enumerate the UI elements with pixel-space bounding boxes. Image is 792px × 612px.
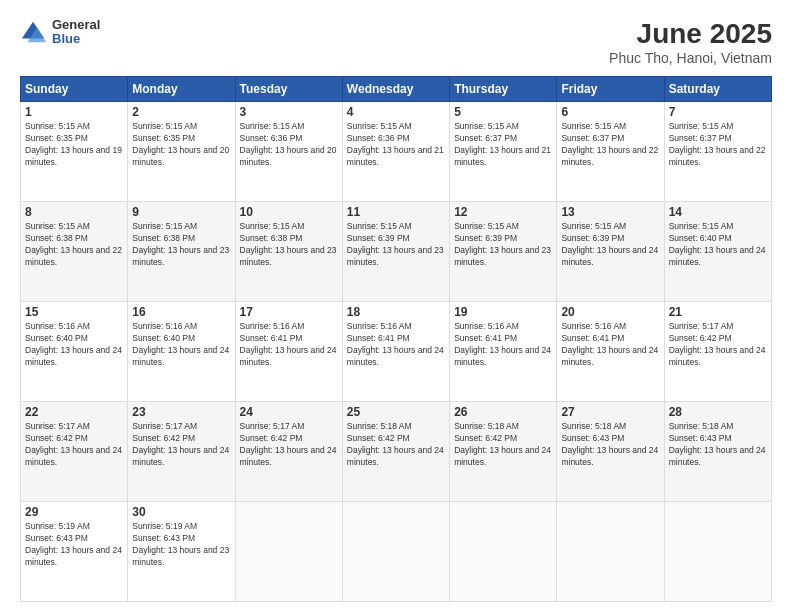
day-number: 7: [669, 105, 767, 119]
calendar-week-4: 22 Sunrise: 5:17 AMSunset: 6:42 PMDaylig…: [21, 402, 772, 502]
day-number: 15: [25, 305, 123, 319]
day-number: 6: [561, 105, 659, 119]
day-info: Sunrise: 5:15 AMSunset: 6:38 PMDaylight:…: [25, 221, 123, 269]
calendar-day-25: 25 Sunrise: 5:18 AMSunset: 6:42 PMDaylig…: [342, 402, 449, 502]
day-info: Sunrise: 5:19 AMSunset: 6:43 PMDaylight:…: [25, 521, 123, 569]
day-number: 14: [669, 205, 767, 219]
logo-text: General Blue: [52, 18, 100, 47]
logo-icon: [20, 18, 48, 46]
empty-cell: [664, 502, 771, 602]
day-info: Sunrise: 5:16 AMSunset: 6:41 PMDaylight:…: [240, 321, 338, 369]
day-number: 27: [561, 405, 659, 419]
header-sunday: Sunday: [21, 77, 128, 102]
calendar-day-2: 2 Sunrise: 5:15 AMSunset: 6:35 PMDayligh…: [128, 102, 235, 202]
main-title: June 2025: [609, 18, 772, 50]
calendar-week-3: 15 Sunrise: 5:16 AMSunset: 6:40 PMDaylig…: [21, 302, 772, 402]
day-info: Sunrise: 5:15 AMSunset: 6:38 PMDaylight:…: [132, 221, 230, 269]
calendar-day-4: 4 Sunrise: 5:15 AMSunset: 6:36 PMDayligh…: [342, 102, 449, 202]
logo-general: General: [52, 18, 100, 32]
calendar-day-23: 23 Sunrise: 5:17 AMSunset: 6:42 PMDaylig…: [128, 402, 235, 502]
day-info: Sunrise: 5:17 AMSunset: 6:42 PMDaylight:…: [132, 421, 230, 469]
day-info: Sunrise: 5:18 AMSunset: 6:42 PMDaylight:…: [347, 421, 445, 469]
calendar-week-2: 8 Sunrise: 5:15 AMSunset: 6:38 PMDayligh…: [21, 202, 772, 302]
calendar-day-5: 5 Sunrise: 5:15 AMSunset: 6:37 PMDayligh…: [450, 102, 557, 202]
day-info: Sunrise: 5:18 AMSunset: 6:43 PMDaylight:…: [561, 421, 659, 469]
subtitle: Phuc Tho, Hanoi, Vietnam: [609, 50, 772, 66]
day-number: 3: [240, 105, 338, 119]
calendar-day-30: 30 Sunrise: 5:19 AMSunset: 6:43 PMDaylig…: [128, 502, 235, 602]
day-info: Sunrise: 5:16 AMSunset: 6:41 PMDaylight:…: [347, 321, 445, 369]
calendar-day-15: 15 Sunrise: 5:16 AMSunset: 6:40 PMDaylig…: [21, 302, 128, 402]
calendar-day-3: 3 Sunrise: 5:15 AMSunset: 6:36 PMDayligh…: [235, 102, 342, 202]
day-info: Sunrise: 5:15 AMSunset: 6:36 PMDaylight:…: [347, 121, 445, 169]
header-wednesday: Wednesday: [342, 77, 449, 102]
day-info: Sunrise: 5:16 AMSunset: 6:41 PMDaylight:…: [561, 321, 659, 369]
day-number: 25: [347, 405, 445, 419]
empty-cell: [450, 502, 557, 602]
day-info: Sunrise: 5:15 AMSunset: 6:39 PMDaylight:…: [454, 221, 552, 269]
day-info: Sunrise: 5:15 AMSunset: 6:39 PMDaylight:…: [561, 221, 659, 269]
day-number: 2: [132, 105, 230, 119]
day-number: 29: [25, 505, 123, 519]
calendar-day-19: 19 Sunrise: 5:16 AMSunset: 6:41 PMDaylig…: [450, 302, 557, 402]
day-number: 16: [132, 305, 230, 319]
calendar-day-21: 21 Sunrise: 5:17 AMSunset: 6:42 PMDaylig…: [664, 302, 771, 402]
day-number: 28: [669, 405, 767, 419]
calendar-day-26: 26 Sunrise: 5:18 AMSunset: 6:42 PMDaylig…: [450, 402, 557, 502]
day-number: 12: [454, 205, 552, 219]
day-info: Sunrise: 5:15 AMSunset: 6:40 PMDaylight:…: [669, 221, 767, 269]
day-number: 11: [347, 205, 445, 219]
calendar-day-24: 24 Sunrise: 5:17 AMSunset: 6:42 PMDaylig…: [235, 402, 342, 502]
calendar-day-10: 10 Sunrise: 5:15 AMSunset: 6:38 PMDaylig…: [235, 202, 342, 302]
day-number: 22: [25, 405, 123, 419]
day-info: Sunrise: 5:17 AMSunset: 6:42 PMDaylight:…: [669, 321, 767, 369]
calendar-day-7: 7 Sunrise: 5:15 AMSunset: 6:37 PMDayligh…: [664, 102, 771, 202]
calendar-day-1: 1 Sunrise: 5:15 AMSunset: 6:35 PMDayligh…: [21, 102, 128, 202]
day-info: Sunrise: 5:15 AMSunset: 6:37 PMDaylight:…: [669, 121, 767, 169]
day-number: 30: [132, 505, 230, 519]
calendar-day-27: 27 Sunrise: 5:18 AMSunset: 6:43 PMDaylig…: [557, 402, 664, 502]
calendar-day-12: 12 Sunrise: 5:15 AMSunset: 6:39 PMDaylig…: [450, 202, 557, 302]
header-saturday: Saturday: [664, 77, 771, 102]
day-number: 23: [132, 405, 230, 419]
day-info: Sunrise: 5:15 AMSunset: 6:37 PMDaylight:…: [454, 121, 552, 169]
calendar-day-11: 11 Sunrise: 5:15 AMSunset: 6:39 PMDaylig…: [342, 202, 449, 302]
day-info: Sunrise: 5:15 AMSunset: 6:37 PMDaylight:…: [561, 121, 659, 169]
day-number: 9: [132, 205, 230, 219]
day-number: 10: [240, 205, 338, 219]
day-info: Sunrise: 5:15 AMSunset: 6:39 PMDaylight:…: [347, 221, 445, 269]
day-info: Sunrise: 5:15 AMSunset: 6:38 PMDaylight:…: [240, 221, 338, 269]
calendar-day-8: 8 Sunrise: 5:15 AMSunset: 6:38 PMDayligh…: [21, 202, 128, 302]
page: General Blue June 2025 Phuc Tho, Hanoi, …: [0, 0, 792, 612]
day-info: Sunrise: 5:19 AMSunset: 6:43 PMDaylight:…: [132, 521, 230, 569]
title-block: June 2025 Phuc Tho, Hanoi, Vietnam: [609, 18, 772, 66]
day-number: 26: [454, 405, 552, 419]
calendar-day-28: 28 Sunrise: 5:18 AMSunset: 6:43 PMDaylig…: [664, 402, 771, 502]
calendar-day-14: 14 Sunrise: 5:15 AMSunset: 6:40 PMDaylig…: [664, 202, 771, 302]
day-info: Sunrise: 5:15 AMSunset: 6:36 PMDaylight:…: [240, 121, 338, 169]
empty-cell: [557, 502, 664, 602]
day-number: 13: [561, 205, 659, 219]
day-info: Sunrise: 5:16 AMSunset: 6:40 PMDaylight:…: [25, 321, 123, 369]
day-number: 8: [25, 205, 123, 219]
calendar-day-16: 16 Sunrise: 5:16 AMSunset: 6:40 PMDaylig…: [128, 302, 235, 402]
day-number: 1: [25, 105, 123, 119]
day-number: 17: [240, 305, 338, 319]
day-info: Sunrise: 5:16 AMSunset: 6:41 PMDaylight:…: [454, 321, 552, 369]
day-info: Sunrise: 5:18 AMSunset: 6:42 PMDaylight:…: [454, 421, 552, 469]
calendar-week-1: 1 Sunrise: 5:15 AMSunset: 6:35 PMDayligh…: [21, 102, 772, 202]
day-number: 21: [669, 305, 767, 319]
empty-cell: [342, 502, 449, 602]
day-info: Sunrise: 5:17 AMSunset: 6:42 PMDaylight:…: [25, 421, 123, 469]
calendar-day-20: 20 Sunrise: 5:16 AMSunset: 6:41 PMDaylig…: [557, 302, 664, 402]
header: General Blue June 2025 Phuc Tho, Hanoi, …: [20, 18, 772, 66]
calendar-day-29: 29 Sunrise: 5:19 AMSunset: 6:43 PMDaylig…: [21, 502, 128, 602]
day-number: 4: [347, 105, 445, 119]
day-number: 20: [561, 305, 659, 319]
logo-blue: Blue: [52, 32, 100, 46]
day-number: 18: [347, 305, 445, 319]
day-info: Sunrise: 5:15 AMSunset: 6:35 PMDaylight:…: [25, 121, 123, 169]
logo: General Blue: [20, 18, 100, 47]
calendar-day-6: 6 Sunrise: 5:15 AMSunset: 6:37 PMDayligh…: [557, 102, 664, 202]
day-info: Sunrise: 5:16 AMSunset: 6:40 PMDaylight:…: [132, 321, 230, 369]
